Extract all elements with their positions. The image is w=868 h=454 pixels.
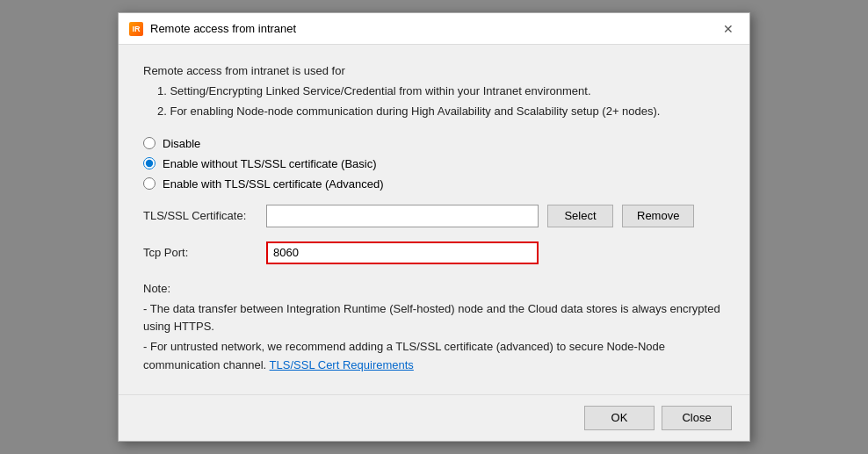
radio-input-disable[interactable] — [143, 137, 156, 149]
radio-option3[interactable]: Enable with TLS/SSL certificate (Advance… — [143, 177, 725, 191]
note-section: Note: - The data transfer between Integr… — [143, 280, 725, 377]
dialog-icon: IR — [129, 22, 143, 36]
select-button[interactable]: Select — [547, 205, 613, 227]
radio-label-basic: Enable without TLS/SSL certificate (Basi… — [163, 157, 377, 170]
tls-label: TLS/SSL Certificate: — [143, 209, 257, 222]
radio-label-disable: Disable — [163, 137, 200, 150]
note-line1: - The data transfer between Integration … — [143, 300, 725, 337]
dialog-content: Remote access from intranet is used for … — [119, 45, 749, 393]
radio-option1[interactable]: Disable — [143, 137, 725, 150]
tcp-input[interactable] — [266, 241, 539, 264]
remove-button[interactable]: Remove — [622, 205, 694, 227]
tls-cert-link[interactable]: TLS/SSL Cert Requirements — [270, 358, 414, 371]
radio-label-advanced: Enable with TLS/SSL certificate (Advance… — [163, 177, 383, 191]
tcp-label: Tcp Port: — [143, 246, 257, 259]
tls-input[interactable] — [266, 205, 539, 227]
description-section: Remote access from intranet is used for … — [143, 62, 725, 122]
remote-access-dialog: IR Remote access from intranet ✕ Remote … — [118, 12, 750, 441]
radio-input-advanced[interactable] — [143, 177, 156, 190]
description-point1: 1. Setting/Encrypting Linked Service/Cre… — [143, 83, 725, 101]
close-footer-button[interactable]: Close — [662, 406, 732, 430]
note-label: Note: — [143, 280, 725, 299]
radio-group: Disable Enable without TLS/SSL certifica… — [143, 137, 725, 191]
description-intro: Remote access from intranet is used for — [143, 62, 725, 81]
close-button[interactable]: ✕ — [718, 18, 739, 40]
tcp-field-row: Tcp Port: — [143, 241, 725, 264]
radio-option2[interactable]: Enable without TLS/SSL certificate (Basi… — [143, 157, 725, 170]
ok-button[interactable]: OK — [584, 406, 655, 430]
dialog-title: Remote access from intranet — [150, 22, 296, 35]
title-bar: IR Remote access from intranet ✕ — [119, 13, 749, 45]
dialog-footer: OK Close — [119, 394, 749, 441]
description-point2: 2. For enabling Node-node communication … — [143, 103, 725, 121]
title-bar-left: IR Remote access from intranet — [129, 22, 296, 36]
tls-field-row: TLS/SSL Certificate: Select Remove — [143, 205, 725, 227]
radio-input-basic[interactable] — [143, 157, 156, 169]
note-line2: - For untrusted network, we recommend ad… — [143, 338, 725, 375]
